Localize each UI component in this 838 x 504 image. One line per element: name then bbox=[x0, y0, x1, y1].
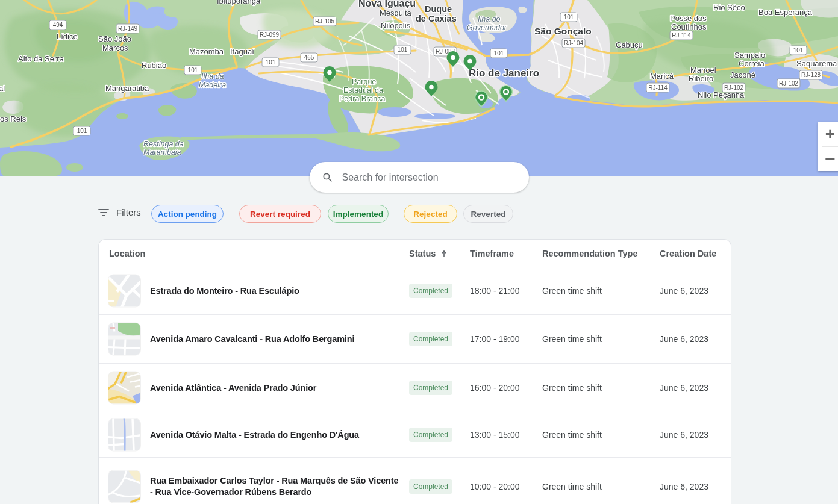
svg-text:Lídice: Lídice bbox=[57, 32, 78, 41]
svg-text:494: 494 bbox=[53, 22, 63, 28]
svg-text:RJ-149: RJ-149 bbox=[118, 25, 138, 32]
svg-text:Marcos: Marcos bbox=[102, 43, 128, 52]
svg-text:São Gonçalo: São Gonçalo bbox=[534, 26, 592, 36]
svg-text:al: al bbox=[0, 84, 5, 93]
svg-text:Rio Sêco: Rio Sêco bbox=[713, 3, 745, 12]
svg-text:Correia: Correia bbox=[739, 59, 765, 68]
svg-text:101: 101 bbox=[266, 59, 276, 66]
svg-text:Jaconé: Jaconé bbox=[730, 70, 755, 79]
svg-text:Restinga da: Restinga da bbox=[143, 140, 184, 148]
svg-text:Coutinhos: Coutinhos bbox=[671, 22, 707, 31]
svg-text:Nilópolis: Nilópolis bbox=[381, 21, 411, 30]
svg-text:RJ-102: RJ-102 bbox=[724, 84, 744, 91]
svg-text:Alto da Serra: Alto da Serra bbox=[18, 54, 64, 63]
svg-text:RJ-105: RJ-105 bbox=[315, 18, 335, 25]
svg-text:Rio de Janeiro: Rio de Janeiro bbox=[469, 67, 539, 79]
svg-text:Ibituporanga: Ibituporanga bbox=[217, 0, 261, 5]
svg-text:RJ-128: RJ-128 bbox=[801, 72, 821, 78]
svg-text:Governador: Governador bbox=[467, 23, 507, 32]
svg-text:465: 465 bbox=[304, 54, 314, 61]
svg-text:101: 101 bbox=[793, 47, 804, 54]
svg-text:Marambaia: Marambaia bbox=[143, 148, 181, 157]
svg-text:Maricá: Maricá bbox=[650, 72, 674, 81]
svg-text:Madeira: Madeira bbox=[199, 81, 226, 89]
svg-text:Saquarema: Saquarema bbox=[796, 59, 837, 68]
svg-text:101: 101 bbox=[564, 14, 574, 20]
svg-text:Mesquita: Mesquita bbox=[380, 8, 412, 17]
svg-text:Pedra Branca: Pedra Branca bbox=[339, 95, 385, 103]
svg-text:de Caxias: de Caxias bbox=[416, 14, 457, 23]
svg-text:Mangaratiba: Mangaratiba bbox=[105, 84, 149, 93]
svg-text:Cabuçu: Cabuçu bbox=[616, 40, 643, 49]
svg-text:RJ-104: RJ-104 bbox=[564, 40, 584, 46]
svg-text:101: 101 bbox=[188, 67, 198, 73]
svg-text:Sampaio: Sampaio bbox=[734, 51, 765, 60]
svg-text:RJ-102: RJ-102 bbox=[779, 80, 799, 87]
svg-text:os Reis: os Reis bbox=[0, 114, 27, 123]
svg-text:Nova Iguaçu: Nova Iguaçu bbox=[358, 0, 416, 8]
svg-text:101: 101 bbox=[398, 46, 408, 53]
svg-text:Ribeiro: Ribeiro bbox=[689, 74, 713, 83]
svg-text:Posse dos: Posse dos bbox=[670, 14, 707, 23]
svg-text:Manoel: Manoel bbox=[690, 66, 716, 75]
svg-text:Rubião: Rubião bbox=[142, 61, 166, 70]
svg-text:São João: São João bbox=[98, 34, 131, 43]
svg-text:Boa Esperança: Boa Esperança bbox=[758, 8, 813, 17]
svg-text:Duque: Duque bbox=[425, 4, 452, 14]
svg-text:101: 101 bbox=[77, 128, 87, 134]
svg-text:RJ-099: RJ-099 bbox=[260, 31, 280, 38]
svg-text:RJ-114: RJ-114 bbox=[648, 84, 668, 91]
svg-text:Parque: Parque bbox=[352, 78, 376, 86]
svg-text:Mazomba: Mazomba bbox=[189, 47, 224, 56]
svg-text:Estadual da: Estadual da bbox=[343, 86, 383, 95]
svg-text:Ilha da: Ilha da bbox=[201, 72, 224, 81]
svg-text:RJ-114: RJ-114 bbox=[672, 32, 691, 39]
svg-text:Ilha do: Ilha do bbox=[478, 15, 501, 23]
svg-text:101: 101 bbox=[494, 50, 504, 57]
svg-text:Itaguaí: Itaguaí bbox=[230, 47, 254, 56]
